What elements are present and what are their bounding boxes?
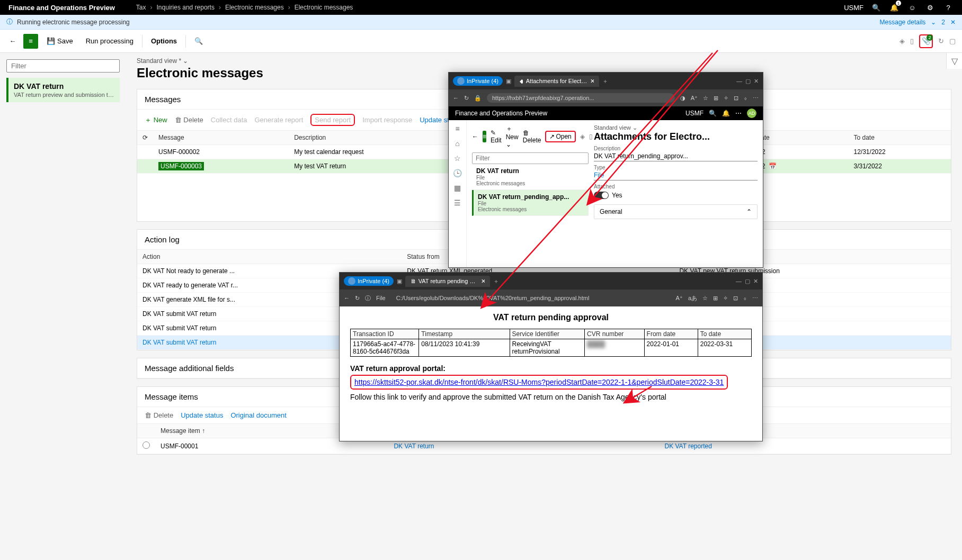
more-icon[interactable]: ⋯ — [753, 95, 759, 102]
translate-icon[interactable]: aあ — [688, 294, 697, 302]
maximize-icon[interactable]: ▢ — [745, 278, 750, 285]
view-selector[interactable]: Standard view * ⌄ — [137, 57, 951, 65]
close-icon[interactable]: ✕ — [481, 278, 485, 285]
run-processing-button[interactable]: Run processing — [82, 35, 138, 47]
workspaces-icon[interactable]: ▣ — [506, 78, 511, 85]
maximize-icon[interactable]: ▢ — [745, 78, 751, 85]
import-response-button[interactable]: Import response — [362, 116, 412, 124]
more-icon[interactable]: ⋯ — [735, 110, 742, 117]
description-value[interactable]: DK VAT return_pending_approv... — [594, 151, 758, 161]
refresh-icon[interactable]: ⟳ — [137, 131, 153, 145]
filter-input[interactable] — [472, 152, 589, 164]
search-icon[interactable]: 🔍 — [871, 2, 881, 13]
message-details-link[interactable]: Message details — [880, 19, 926, 26]
browser-tab[interactable]: ◆Attachments for Electronic mess✕ — [514, 76, 599, 87]
delete-button[interactable]: 🗑 Delete — [175, 116, 203, 124]
breadcrumb-item[interactable]: Tax — [136, 4, 146, 11]
edit-button[interactable]: ✎ Edit — [491, 129, 502, 144]
bell-icon[interactable]: 🔔 — [722, 110, 730, 117]
home-icon[interactable]: ⌂ — [455, 139, 459, 148]
back-icon[interactable]: ← — [472, 133, 478, 140]
company-label[interactable]: USMF — [844, 4, 863, 12]
favorites-bar-icon[interactable]: ✧ — [724, 95, 728, 102]
list-item[interactable]: DK VAT return_pending_app... File Electr… — [472, 190, 589, 216]
search-icon[interactable]: 🔍 — [709, 110, 717, 117]
refresh-icon[interactable]: ↻ — [938, 37, 944, 45]
hamburger-icon[interactable]: ≡ — [455, 124, 459, 133]
back-icon[interactable]: ← — [6, 35, 19, 48]
save-button[interactable]: 💾Save — [42, 35, 77, 47]
address-bar[interactable]: C:/Users/egolub/Downloads/DK%20VAT%20ret… — [391, 293, 671, 303]
new-tab-icon[interactable]: ＋ — [493, 277, 499, 285]
refresh-icon[interactable]: ↻ — [464, 95, 469, 102]
breadcrumb-item[interactable]: Electronic messages — [295, 4, 353, 11]
radio-icon[interactable] — [142, 441, 150, 449]
send-report-button[interactable]: Send report — [310, 114, 355, 126]
star-icon[interactable]: ☆ — [454, 154, 461, 162]
new-tab-icon[interactable]: ＋ — [602, 77, 608, 85]
company-label[interactable]: USMF — [685, 110, 703, 117]
copilot-icon[interactable]: ◑ — [680, 95, 685, 102]
browser-tab[interactable]: 🗎VAT return pending approval✕ — [405, 276, 490, 287]
inprivate-badge[interactable]: InPrivate (4) — [344, 276, 394, 286]
avatar[interactable]: AD — [747, 109, 756, 118]
list-icon[interactable]: ☰ — [454, 198, 461, 207]
sidebar-item-dk-vat-return[interactable]: DK VAT return VAT return preview and sub… — [6, 78, 120, 102]
module-icon[interactable]: ▦ — [454, 184, 461, 192]
office-icon[interactable]: ▯ — [589, 133, 593, 140]
update-status-button[interactable]: Update status — [181, 411, 223, 419]
back-icon[interactable]: ← — [453, 95, 459, 101]
type-value[interactable]: File — [594, 170, 758, 180]
new-button[interactable]: ＋ New — [145, 115, 167, 125]
favorites-bar-icon[interactable]: ✧ — [723, 295, 728, 302]
office-icon[interactable]: ▯ — [910, 37, 914, 45]
diamond-icon[interactable]: ◈ — [580, 133, 585, 140]
smile-icon[interactable]: ☺ — [907, 2, 918, 13]
portal-link[interactable]: https://skttsit52-por.skat.dk/ntse-front… — [354, 378, 724, 386]
collect-data-button[interactable]: Collect data — [211, 116, 247, 124]
open-button[interactable]: ↗ Open — [545, 131, 575, 142]
delete-button[interactable]: 🗑 Delete — [523, 129, 541, 144]
close-icon[interactable]: ✕ — [590, 78, 594, 85]
inprivate-badge[interactable]: InPrivate (4) — [453, 76, 503, 86]
attached-toggle[interactable] — [594, 192, 609, 199]
attachments-button[interactable]: 📎2 — [919, 34, 933, 48]
list-item[interactable]: DK VAT return File Electronic messages — [472, 164, 589, 190]
collections-icon[interactable]: ⊞ — [714, 95, 718, 102]
view-selector[interactable]: Standard view ⌄ — [594, 124, 758, 131]
delete-button[interactable]: 🗑 Delete — [145, 411, 173, 419]
popout-icon[interactable]: ▢ — [949, 37, 956, 45]
breadcrumb-item[interactable]: Electronic messages — [225, 4, 284, 11]
read-aloud-icon[interactable]: A⁺ — [676, 295, 683, 302]
close-icon[interactable]: ✕ — [753, 278, 758, 285]
diamond-icon[interactable]: ◈ — [899, 37, 905, 45]
favorite-icon[interactable]: ☆ — [703, 95, 708, 102]
search-icon[interactable]: 🔍 — [190, 35, 207, 47]
address-bar[interactable]: https://hxbh71wrpfdeabixg7.operation... — [487, 93, 675, 103]
filter-pane-icon[interactable]: ▽ — [946, 53, 962, 69]
read-aloud-icon[interactable]: A⁺ — [691, 95, 698, 102]
vpn-icon[interactable]: ⬨ — [744, 95, 747, 101]
col-to[interactable]: To date — [849, 131, 951, 145]
infobar-close-icon[interactable]: ✕ — [950, 19, 956, 26]
minimize-icon[interactable]: — — [736, 78, 742, 84]
back-icon[interactable]: ← — [344, 295, 350, 301]
extensions-icon[interactable]: ⊡ — [734, 95, 738, 102]
col-action[interactable]: Action — [137, 250, 402, 264]
clock-icon[interactable]: 🕒 — [453, 169, 462, 177]
bell-icon[interactable]: 🔔1 — [889, 2, 899, 13]
vpn-icon[interactable]: ⬨ — [743, 295, 747, 301]
new-button[interactable]: ＋ New ⌄ — [506, 124, 519, 148]
filter-input[interactable] — [6, 59, 120, 73]
hamburger-icon[interactable]: ≡ — [483, 131, 486, 142]
favorite-icon[interactable]: ☆ — [702, 295, 708, 302]
refresh-icon[interactable]: ↻ — [355, 295, 360, 302]
original-document-button[interactable]: Original document — [230, 411, 287, 419]
more-icon[interactable]: ⋯ — [752, 295, 758, 302]
minimize-icon[interactable]: — — [736, 278, 742, 284]
help-icon[interactable]: ? — [943, 2, 954, 13]
col-message[interactable]: Message — [153, 131, 289, 145]
extensions-icon[interactable]: ⊡ — [733, 295, 738, 302]
gear-icon[interactable]: ⚙ — [925, 2, 936, 13]
workspaces-icon[interactable]: ▣ — [397, 278, 402, 285]
